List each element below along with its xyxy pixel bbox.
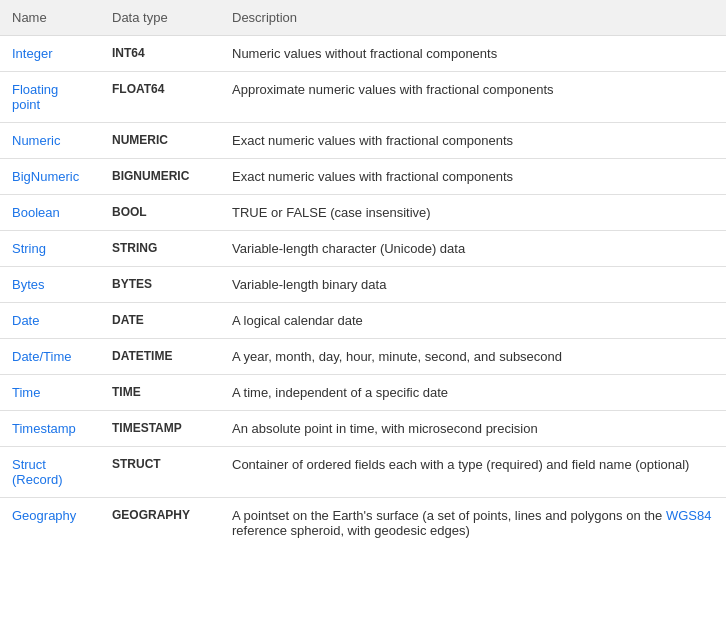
- type-name-link[interactable]: Bytes: [12, 277, 45, 292]
- type-name-link[interactable]: String: [12, 241, 46, 256]
- table-row: IntegerINT64Numeric values without fract…: [0, 36, 726, 72]
- type-description: Variable-length character (Unicode) data: [220, 231, 726, 267]
- type-description: Numeric values without fractional compon…: [220, 36, 726, 72]
- type-datatype: DATE: [100, 303, 220, 339]
- type-datatype: FLOAT64: [100, 72, 220, 123]
- type-datatype: TIMESTAMP: [100, 411, 220, 447]
- type-name-link[interactable]: Time: [12, 385, 40, 400]
- table-row: Date/TimeDATETIMEA year, month, day, hou…: [0, 339, 726, 375]
- type-datatype: NUMERIC: [100, 123, 220, 159]
- type-datatype: INT64: [100, 36, 220, 72]
- type-description: A pointset on the Earth's surface (a set…: [220, 498, 726, 549]
- header-datatype: Data type: [100, 0, 220, 36]
- type-description: A year, month, day, hour, minute, second…: [220, 339, 726, 375]
- table-row: BytesBYTESVariable-length binary data: [0, 267, 726, 303]
- type-datatype: GEOGRAPHY: [100, 498, 220, 549]
- table-row: BigNumericBIGNUMERICExact numeric values…: [0, 159, 726, 195]
- table-row: Floating pointFLOAT64Approximate numeric…: [0, 72, 726, 123]
- type-name-link[interactable]: Boolean: [12, 205, 60, 220]
- type-datatype: BIGNUMERIC: [100, 159, 220, 195]
- type-description: A time, independent of a specific date: [220, 375, 726, 411]
- type-description: TRUE or FALSE (case insensitive): [220, 195, 726, 231]
- type-description: Exact numeric values with fractional com…: [220, 123, 726, 159]
- table-row: NumericNUMERICExact numeric values with …: [0, 123, 726, 159]
- type-description: An absolute point in time, with microsec…: [220, 411, 726, 447]
- data-types-table: Name Data type Description IntegerINT64N…: [0, 0, 726, 548]
- table-row: TimestampTIMESTAMPAn absolute point in t…: [0, 411, 726, 447]
- type-datatype: STRING: [100, 231, 220, 267]
- type-datatype: STRUCT: [100, 447, 220, 498]
- type-name-link[interactable]: Numeric: [12, 133, 60, 148]
- type-datatype: BYTES: [100, 267, 220, 303]
- table-row: Struct(Record)STRUCTContainer of ordered…: [0, 447, 726, 498]
- wgs84-link[interactable]: WGS84: [666, 508, 712, 523]
- table-row: GeographyGEOGRAPHYA pointset on the Eart…: [0, 498, 726, 549]
- type-name-link[interactable]: Integer: [12, 46, 52, 61]
- type-description: Variable-length binary data: [220, 267, 726, 303]
- type-name-link[interactable]: Date: [12, 313, 39, 328]
- header-name: Name: [0, 0, 100, 36]
- table-row: DateDATEA logical calendar date: [0, 303, 726, 339]
- table-row: StringSTRINGVariable-length character (U…: [0, 231, 726, 267]
- table-header-row: Name Data type Description: [0, 0, 726, 36]
- type-name-link[interactable]: Floating point: [12, 82, 58, 112]
- type-name-link[interactable]: Geography: [12, 508, 76, 523]
- header-description: Description: [220, 0, 726, 36]
- type-description: Approximate numeric values with fraction…: [220, 72, 726, 123]
- type-name-link[interactable]: Date/Time: [12, 349, 71, 364]
- type-datatype: BOOL: [100, 195, 220, 231]
- table-row: BooleanBOOLTRUE or FALSE (case insensiti…: [0, 195, 726, 231]
- table-row: TimeTIMEA time, independent of a specifi…: [0, 375, 726, 411]
- type-name-link[interactable]: Struct(Record): [12, 457, 63, 487]
- type-description: Container of ordered fields each with a …: [220, 447, 726, 498]
- type-description: Exact numeric values with fractional com…: [220, 159, 726, 195]
- type-datatype: TIME: [100, 375, 220, 411]
- type-name-link[interactable]: BigNumeric: [12, 169, 79, 184]
- type-name-link[interactable]: Timestamp: [12, 421, 76, 436]
- type-datatype: DATETIME: [100, 339, 220, 375]
- type-description: A logical calendar date: [220, 303, 726, 339]
